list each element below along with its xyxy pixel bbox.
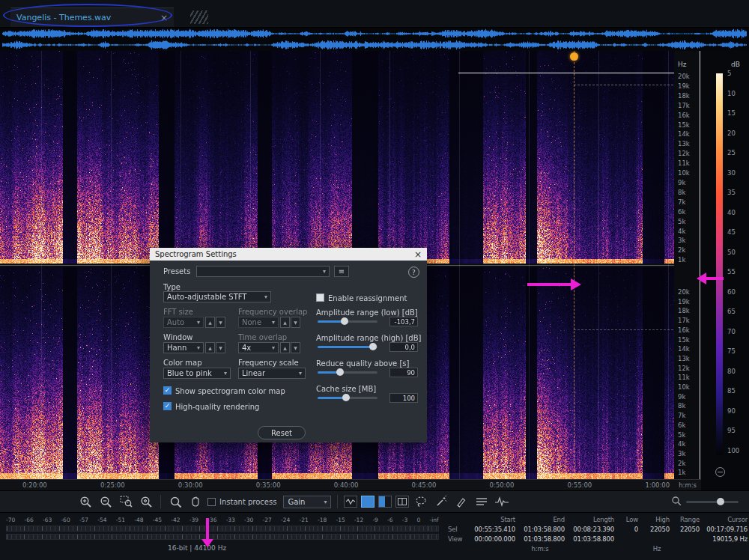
- time-overlap-down-icon[interactable]: [291, 342, 300, 353]
- zoom-tool-button[interactable]: [167, 494, 184, 509]
- cache-size-knob[interactable]: [342, 394, 350, 401]
- window-down-icon[interactable]: [216, 342, 225, 353]
- playhead-marker[interactable]: [570, 52, 578, 61]
- reduce-quality-knob[interactable]: [336, 368, 344, 376]
- frequency-label: 19k: [678, 299, 690, 305]
- amp-low-value[interactable]: -103,7: [389, 317, 418, 326]
- meter-db-label: -36: [207, 517, 216, 523]
- sel-high[interactable]: 22050: [638, 526, 670, 533]
- zoom-in-button[interactable]: [77, 494, 94, 509]
- amp-low-knob[interactable]: [341, 317, 348, 325]
- dialog-titlebar[interactable]: Spectrogram Settings ×: [150, 248, 427, 261]
- show-colormap-checkbox[interactable]: [163, 386, 172, 395]
- time-overlap-dropdown[interactable]: 4x: [238, 342, 279, 353]
- frequency-label: 15k: [678, 122, 690, 129]
- legend-db-label: 100: [727, 448, 739, 454]
- col-start: Start: [466, 516, 515, 523]
- meter-db-label: 0: [416, 517, 420, 523]
- brush-tool-button[interactable]: [453, 494, 470, 509]
- presets-menu-button[interactable]: [334, 266, 349, 277]
- zoom-fit-button[interactable]: [138, 494, 154, 509]
- frequency-labels-upper: 20k19k18k17k16k15k14k13k12k11k10k9k8k7k6…: [678, 73, 690, 264]
- file-tab[interactable]: Vangelis - Themes.wav ×: [10, 7, 174, 27]
- help-button[interactable]: ?: [408, 267, 419, 278]
- reset-button[interactable]: Reset: [258, 426, 306, 439]
- legend-db-label: 70: [727, 329, 739, 335]
- legend-db-label: 50: [727, 249, 739, 256]
- window-up-icon[interactable]: [205, 342, 215, 353]
- amp-low-slider[interactable]: [318, 317, 377, 325]
- magic-wand-button[interactable]: [433, 494, 449, 509]
- cache-size-value[interactable]: 100: [389, 393, 418, 403]
- time-ruler[interactable]: 0:20:000:25:000:30:000:35:000:40:000:45:…: [0, 479, 701, 490]
- spectrogram-view-button[interactable]: [361, 496, 374, 508]
- cache-size-slider[interactable]: [318, 394, 377, 401]
- col-low: Low: [614, 516, 638, 523]
- type-value: Auto-adjustable STFT: [167, 293, 246, 301]
- frequency-ruler[interactable]: Hz 20k19k18k17k16k15k14k13k12k11k10k9k8k…: [674, 51, 700, 479]
- hand-tool-button[interactable]: [187, 494, 204, 509]
- module-select[interactable]: Gain: [283, 496, 331, 508]
- amp-high-slider[interactable]: [318, 343, 377, 350]
- frequency-overlap-up-icon[interactable]: [280, 317, 290, 328]
- file-tab-title: Vangelis - Themes.wav: [16, 13, 111, 22]
- fft-size-down-icon[interactable]: [216, 317, 225, 328]
- reduce-quality-value[interactable]: 90: [389, 368, 418, 377]
- view-end[interactable]: 01:03:58.800: [515, 535, 565, 543]
- window-label: Window: [163, 334, 192, 341]
- color-map-dropdown[interactable]: Blue to pink: [163, 368, 231, 379]
- frequency-label: 7k: [678, 199, 690, 206]
- fft-size-dropdown[interactable]: Auto: [163, 317, 204, 328]
- legend-zoom-out-icon[interactable]: [715, 467, 725, 477]
- lasso-tool-button[interactable]: [413, 494, 429, 509]
- multi-view-button[interactable]: [395, 496, 409, 508]
- dialog-close-icon[interactable]: ×: [414, 250, 422, 259]
- split-view-button[interactable]: [378, 496, 392, 508]
- frequency-overlap-dropdown[interactable]: None: [238, 317, 279, 328]
- colormap-gradient-bar[interactable]: [716, 73, 723, 455]
- signal-chain-button[interactable]: [494, 494, 510, 509]
- col-range: Range: [670, 516, 700, 523]
- frequency-scale-dropdown[interactable]: Linear: [238, 368, 306, 379]
- sel-end[interactable]: 01:03:58.800: [515, 526, 565, 533]
- sel-low[interactable]: 0: [614, 526, 638, 533]
- playhead-line[interactable]: [574, 51, 574, 479]
- instant-process-checkbox[interactable]: [207, 498, 216, 506]
- window-dropdown[interactable]: Hann: [163, 342, 204, 353]
- sel-length[interactable]: 00:08:23.390: [565, 526, 614, 533]
- frequency-label: 11k: [678, 160, 690, 167]
- amp-high-label: Amplitude range (high) [dB]: [316, 335, 421, 342]
- type-dropdown[interactable]: Auto-adjustable STFT: [163, 291, 271, 302]
- rx-editor-window: Vangelis - Themes.wav × Hz 20k19k18k17k1…: [0, 0, 749, 560]
- hq-rendering-checkbox[interactable]: [163, 402, 172, 410]
- view-length[interactable]: 01:03:58.800: [565, 535, 614, 543]
- frequency-label: 1k: [678, 469, 690, 476]
- frequency-label: 20k: [678, 289, 690, 296]
- meter-db-label: -6: [387, 517, 392, 523]
- fft-size-up-icon[interactable]: [205, 317, 215, 328]
- level-meters: -70-66-63-60-57-54-51-48-45-42-39-36-33-…: [6, 517, 439, 540]
- frequency-overlap-down-icon[interactable]: [291, 317, 300, 328]
- frequency-label: 5k: [678, 432, 690, 439]
- frequency-label: 9k: [678, 180, 690, 186]
- enable-reassignment-checkbox[interactable]: [316, 293, 324, 302]
- tab-close-icon[interactable]: ×: [160, 13, 168, 22]
- presets-dropdown[interactable]: [196, 266, 330, 277]
- meter-db-label: -18: [318, 517, 327, 523]
- sel-range[interactable]: 22050: [670, 526, 700, 533]
- reduce-quality-slider[interactable]: [318, 368, 377, 376]
- time-overlap-up-icon[interactable]: [280, 342, 290, 353]
- zoom-selection-button[interactable]: [118, 494, 134, 509]
- amp-high-value[interactable]: 0,0: [389, 342, 418, 352]
- sel-start[interactable]: 00:55:35.410: [466, 526, 515, 533]
- freq-units-label: Hz: [614, 545, 700, 553]
- amp-high-knob[interactable]: [369, 343, 377, 350]
- waveform-view-button[interactable]: [344, 496, 357, 508]
- view-start[interactable]: 00:00:00.000: [466, 535, 515, 543]
- zoom-slider-knob[interactable]: [717, 498, 724, 505]
- fft-size-label: FFT size: [163, 308, 193, 316]
- overview-waveform[interactable]: [0, 28, 749, 50]
- list-tool-button[interactable]: [473, 494, 490, 509]
- zoom-out-button[interactable]: [97, 494, 114, 509]
- zoom-slider[interactable]: [686, 501, 739, 503]
